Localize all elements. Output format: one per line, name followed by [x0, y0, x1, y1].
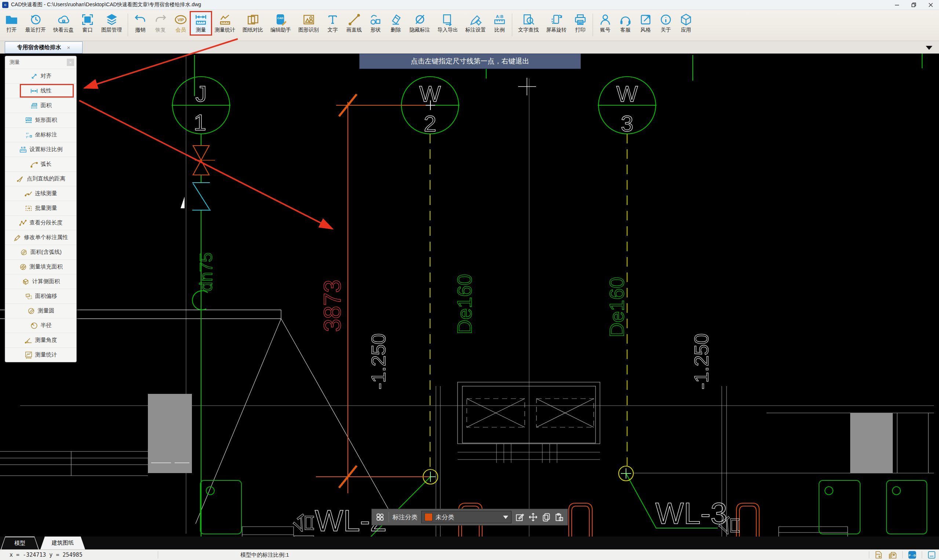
- measure-item-side-area[interactable]: 计算侧面积: [5, 274, 76, 289]
- divider: [902, 551, 903, 558]
- measure-item-label: 坐标标注: [35, 131, 57, 138]
- measure-item-area[interactable]: 面积: [5, 98, 76, 112]
- toolbar-button-import-export[interactable]: 导入导出: [434, 12, 462, 34]
- tab-close-icon[interactable]: ×: [67, 45, 71, 51]
- toolbar-label: 打开: [6, 27, 17, 33]
- document-tab[interactable]: 专用宿舍楼给排水 ×: [5, 42, 83, 54]
- toolbar-button-redo[interactable]: 恢复: [150, 12, 171, 34]
- toolbar-label: 账号: [600, 27, 611, 33]
- panel-close-icon[interactable]: ×: [67, 58, 74, 66]
- divider: [922, 551, 922, 558]
- toolbar-button-apps[interactable]: 应用: [676, 12, 696, 34]
- measure-item-batch[interactable]: 批量测量: [5, 201, 76, 215]
- measure-item-area-offset[interactable]: 面积偏移: [5, 289, 76, 303]
- text-search-icon: [522, 13, 535, 26]
- paste-icon[interactable]: [554, 512, 564, 522]
- annotation-scale-icon: [19, 146, 27, 154]
- restore-button[interactable]: [905, 0, 922, 10]
- toolbar-button-layers[interactable]: 图层管理: [98, 12, 125, 34]
- toolbar-button-draw-line[interactable]: 画直线: [343, 12, 365, 34]
- close-button[interactable]: [922, 0, 939, 10]
- measure-item-angle[interactable]: 测量角度: [5, 332, 76, 347]
- measure-item-stats[interactable]: 测量统计: [5, 347, 76, 362]
- main-toolbar: 打开 最近打开 快看云盘 窗口 图层管理 撤销 恢复 会员 测量 测量统计 图纸…: [0, 10, 939, 41]
- toolbar-button-text[interactable]: 文字: [322, 12, 343, 34]
- pdf-batch-icon[interactable]: [888, 551, 897, 559]
- copy-icon[interactable]: [541, 512, 551, 522]
- cad-viewport[interactable]: J 1 W 2 W 3 dn75 De160 De160 -1.250 -1.2…: [0, 54, 939, 537]
- toolbar-button-account[interactable]: 账号: [595, 12, 615, 34]
- measure-item-label: 面积偏移: [35, 293, 57, 300]
- measure-item-fill-area[interactable]: 测量填充面积: [5, 259, 76, 274]
- measure-item-point-to-line[interactable]: 点到直线的距离: [5, 171, 76, 186]
- cloud-icon: [57, 13, 70, 26]
- classify-dropdown[interactable]: 未分类: [421, 511, 512, 523]
- toolbar-label: 隐藏标注: [410, 27, 430, 33]
- measure-item-measure-circle[interactable]: 测量圆: [5, 303, 76, 318]
- toolbar-button-open[interactable]: 打开: [2, 12, 22, 34]
- application-window: C CAD快速看图 - C:\Users\ruohan\Desktop\CAD快…: [0, 0, 939, 560]
- import-export-icon: [441, 13, 454, 26]
- toolbar-button-recent[interactable]: 最近打开: [22, 12, 49, 34]
- toolbar-button-compare[interactable]: 图纸对比: [239, 12, 267, 34]
- toolbar-label: 编辑助手: [270, 27, 291, 33]
- undo-icon: [134, 13, 147, 26]
- layout-tab-drawing[interactable]: 建筑图纸: [40, 537, 85, 549]
- toolbar-button-screen-rotate[interactable]: 屏幕旋转: [542, 12, 570, 34]
- toolbar-button-cloud[interactable]: 快看云盘: [49, 12, 77, 34]
- screen-rotate-icon: [550, 13, 563, 26]
- drawing-compare-icon: [247, 13, 259, 26]
- measure-item-segment-length[interactable]: 查看分段长度: [5, 215, 76, 230]
- toolbar-button-measure-stats[interactable]: 测量统计: [211, 12, 239, 34]
- measure-item-modify-annotation[interactable]: 修改单个标注属性: [5, 230, 76, 245]
- toolbar-button-erase[interactable]: 删除: [385, 12, 406, 34]
- toolbar-button-undo[interactable]: 撤销: [130, 12, 150, 34]
- measure-item-continuous[interactable]: 连续测量: [5, 186, 76, 201]
- pdf-export-icon[interactable]: [874, 551, 883, 559]
- grid-icon[interactable]: [375, 512, 385, 522]
- measure-item-arc-length[interactable]: 弧长: [5, 157, 76, 171]
- toolbar-button-print[interactable]: 打印: [570, 12, 591, 34]
- layout-tab-model[interactable]: 模型: [1, 537, 39, 549]
- measure-item-coordinate[interactable]: 坐标标注: [5, 127, 76, 142]
- riser-label: W: [419, 81, 441, 106]
- toolbar-button-about[interactable]: 关于: [656, 12, 676, 34]
- pipe-size-label: De160: [453, 274, 476, 334]
- toolbar-button-window[interactable]: 窗口: [77, 12, 98, 34]
- toolbar-button-measure[interactable]: 测量: [191, 12, 211, 34]
- level-label: -1.250: [690, 333, 712, 389]
- measure-item-label: 批量测量: [35, 205, 57, 212]
- arc-length-icon: [30, 160, 38, 168]
- toolbar-button-vip[interactable]: 会员: [171, 12, 191, 34]
- measure-item-rect-area[interactable]: 矩形面积: [5, 112, 76, 127]
- toolbar-button-edit-assistant[interactable]: 编辑助手: [267, 12, 294, 34]
- toolbar-label: 测量: [196, 27, 206, 33]
- measure-item-align[interactable]: 对齐: [5, 69, 76, 83]
- toolbar-button-scale[interactable]: 比例: [489, 12, 510, 34]
- toolbar-button-style[interactable]: 风格: [635, 12, 656, 34]
- move-icon[interactable]: [528, 512, 538, 522]
- toolbar-button-shapes[interactable]: 形状: [365, 12, 385, 34]
- pd-convert-icon[interactable]: [908, 551, 917, 559]
- measure-item-label: 测量统计: [35, 351, 57, 358]
- measure-item-area-with-arc[interactable]: 面积(含弧线): [5, 245, 76, 259]
- toolbar-button-support[interactable]: 客服: [615, 12, 635, 34]
- measure-item-linear[interactable]: 线性: [5, 83, 76, 98]
- window-bottom-icon[interactable]: [927, 551, 936, 559]
- measure-item-annotation-scale[interactable]: 设置标注比例: [5, 142, 76, 157]
- toolbar-label: 会员: [176, 27, 186, 33]
- toolbar-button-shape-recognition[interactable]: 图形识别: [294, 12, 322, 34]
- edit-icon[interactable]: [515, 512, 525, 522]
- layout-tab-label: 建筑图纸: [52, 540, 74, 546]
- annotation-classify-toolbar: 标注分类 未分类: [372, 509, 568, 526]
- toolbar-button-annotation-settings[interactable]: 标注设置: [462, 12, 489, 34]
- measure-item-label: 修改单个标注属性: [24, 234, 68, 241]
- toolbar-button-text-search[interactable]: 文字查找: [515, 12, 542, 34]
- minimize-button[interactable]: [888, 0, 905, 10]
- style-icon: [639, 13, 652, 26]
- toolbar-button-hide-annotation[interactable]: 隐藏标注: [406, 12, 434, 34]
- measure-item-radius[interactable]: 半径: [5, 318, 76, 332]
- continuous-measure-icon: [25, 189, 32, 198]
- tab-list-chevron-icon[interactable]: [926, 46, 933, 50]
- window-icon: [81, 13, 94, 26]
